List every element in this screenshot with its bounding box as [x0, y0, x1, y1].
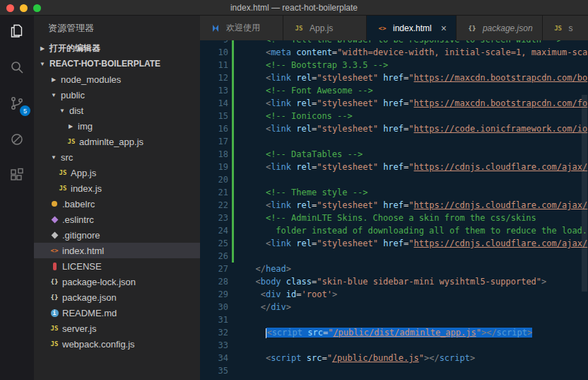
- line-content: <!-- Theme style -->: [234, 186, 368, 199]
- line-number: 26: [200, 250, 228, 263]
- tab-welcome[interactable]: 欢迎使用: [200, 16, 283, 40]
- tree-item-index.js[interactable]: JSindex.js: [34, 180, 200, 196]
- tree-item-App.js[interactable]: JSApp.js: [34, 165, 200, 180]
- line-number: 19: [200, 161, 228, 173]
- search-icon[interactable]: [8, 59, 25, 76]
- code-line-16: 16 <link rel="stylesheet" href="https://…: [200, 122, 588, 135]
- line-number: 35: [200, 364, 228, 377]
- tree-item-adminlte_app.js[interactable]: JSadminlte_app.js: [34, 134, 200, 149]
- explorer-icon[interactable]: [8, 23, 25, 40]
- tree-item-.gitignore[interactable]: .gitignore: [34, 227, 200, 243]
- file-label: package.json: [62, 292, 117, 303]
- line-content: [234, 173, 245, 186]
- chevron-down-icon: [48, 92, 59, 98]
- file-label: package-lock.json: [62, 277, 136, 287]
- source-control-icon[interactable]: 5: [8, 95, 25, 112]
- line-number: 10: [200, 46, 228, 59]
- code-line-24: 24 folder instead of downloading all of …: [200, 224, 588, 237]
- line-number: 12: [200, 71, 228, 84]
- line-content: [234, 313, 245, 326]
- line-content: [234, 135, 245, 148]
- file-label: public: [61, 90, 85, 100]
- editor[interactable]: 9 <!-- Tell the browser to be responsive…: [200, 40, 588, 380]
- tab-app-js[interactable]: JSApp.js: [283, 16, 367, 40]
- file-label: .gitignore: [62, 230, 100, 241]
- tree-item-package.json[interactable]: {}package.json: [34, 289, 200, 305]
- line-content: <script src="/public/dist/adminlte_app.j…: [234, 326, 532, 339]
- line-number: 24: [200, 224, 228, 237]
- file-label: src: [61, 152, 73, 163]
- tree-item-public[interactable]: public: [34, 87, 200, 103]
- line-content: </div>: [234, 301, 291, 313]
- json-icon: {}: [48, 294, 61, 301]
- code-line-28: 28 <body class="skin-blue sidebar-mini w…: [200, 275, 588, 288]
- line-content: <body class="skin-blue sidebar-mini wysi…: [234, 275, 546, 288]
- line-number: 13: [200, 84, 228, 97]
- code-line-25: 25 <link rel="stylesheet" href="https://…: [200, 237, 588, 250]
- code-area: 9 <!-- Tell the browser to be responsive…: [200, 40, 588, 377]
- tree-item-dist[interactable]: dist: [34, 103, 200, 118]
- tree-item-index.html[interactable]: <>index.html: [34, 243, 200, 258]
- editor-pane: 欢迎使用JSApp.js<>index.html×{}package.jsonJ…: [200, 16, 588, 380]
- tree-item-package-lock.json[interactable]: {}package-lock.json: [34, 274, 200, 289]
- chevron-right-icon: [37, 45, 48, 52]
- code-line-10: 10 <meta content="width=device-width, in…: [200, 46, 588, 59]
- license-icon: [48, 263, 61, 270]
- line-content: <!-- Bootstrap 3.3.5 -->: [234, 59, 388, 71]
- tree-item-img[interactable]: img: [34, 118, 200, 134]
- tree-item-README.md[interactable]: iREADME.md: [34, 305, 200, 321]
- close-window-button[interactable]: [6, 4, 14, 12]
- tab-index-html[interactable]: <>index.html×: [367, 16, 457, 40]
- extensions-icon[interactable]: [8, 167, 25, 184]
- file-label: App.js: [71, 168, 96, 178]
- scm-badge: 5: [20, 105, 30, 116]
- line-content: <!-- Ionicons -->: [234, 110, 353, 122]
- file-label: img: [78, 121, 93, 132]
- tab-bar: 欢迎使用JSApp.js<>index.html×{}package.jsonJ…: [200, 16, 588, 40]
- tree-item-LICENSE[interactable]: LICENSE: [34, 258, 200, 274]
- tree-item-webpack.config.js[interactable]: JSwebpack.config.js: [34, 336, 200, 352]
- tree-item-node_modules[interactable]: node_modules: [34, 71, 200, 87]
- code-line-29: 29 <div id='root'>: [200, 288, 588, 301]
- tree-item-.babelrc[interactable]: .babelrc: [34, 196, 200, 212]
- tree-item-src[interactable]: src: [34, 149, 200, 165]
- scrollbar-thumb[interactable]: [582, 95, 587, 292]
- code-line-9: 9 <!-- Tell the browser to be responsive…: [200, 40, 588, 46]
- line-number: 32: [200, 326, 228, 339]
- line-number: 34: [200, 352, 228, 364]
- zoom-window-button[interactable]: [33, 4, 41, 12]
- code-line-34: 34 <script src="/public/bundle.js"></scr…: [200, 352, 588, 364]
- js-icon: JS: [48, 340, 61, 347]
- line-number: 18: [200, 148, 228, 161]
- html-icon: <>: [48, 247, 61, 254]
- babel-icon: [48, 201, 61, 207]
- line-number: 25: [200, 237, 228, 250]
- debug-icon[interactable]: [8, 131, 25, 148]
- tab-package-json[interactable]: {}package.json: [457, 16, 543, 40]
- line-content: <!-- Font Awesome -->: [234, 84, 373, 97]
- root-folder-section[interactable]: REACT-HOT-BOILERPLATE: [34, 56, 200, 71]
- line-number: 16: [200, 122, 228, 135]
- open-editors-section[interactable]: 打开的编辑器: [34, 40, 200, 56]
- title-bar: index.html — react-hot-boilerplate: [0, 0, 588, 16]
- welcome-icon: [209, 25, 222, 32]
- line-content: [234, 250, 245, 263]
- line-content: <script src="/public/bundle.js"></script…: [234, 352, 475, 364]
- line-content: [234, 339, 245, 352]
- close-icon[interactable]: ×: [441, 23, 447, 33]
- git-icon: [48, 233, 61, 238]
- line-number: 29: [200, 288, 228, 301]
- line-number: 14: [200, 97, 228, 110]
- file-label: dist: [69, 105, 83, 116]
- line-number: 20: [200, 173, 228, 186]
- tab-partial[interactable]: JSs: [543, 16, 588, 40]
- minimize-window-button[interactable]: [20, 4, 28, 12]
- code-line-27: 27 </head>: [200, 263, 588, 275]
- tree-item-server.js[interactable]: JSserver.js: [34, 321, 200, 336]
- tab-label: package.json: [483, 23, 533, 33]
- tree-item-.eslintrc[interactable]: .eslintrc: [34, 212, 200, 227]
- line-content: folder instead of downloading all of the…: [234, 224, 587, 237]
- root-folder-label: REACT-HOT-BOILERPLATE: [49, 59, 160, 69]
- line-number: 27: [200, 263, 228, 275]
- editor-scrollbar[interactable]: [581, 40, 588, 380]
